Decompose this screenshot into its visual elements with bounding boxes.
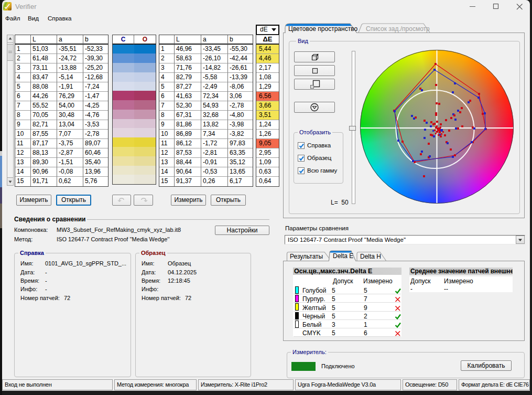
svg-text:EV: EV <box>8 7 12 10</box>
